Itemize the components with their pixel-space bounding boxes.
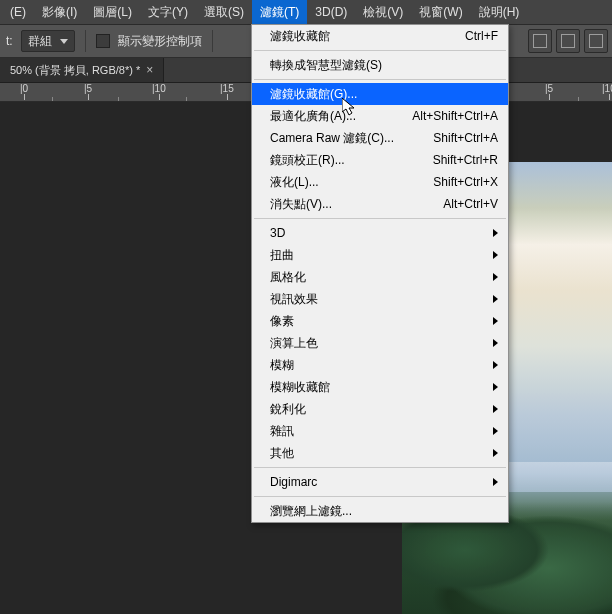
- menu-item[interactable]: 瀏覽網上濾鏡...: [252, 500, 508, 522]
- menu-separator: [254, 50, 506, 51]
- submenu-arrow-icon: [493, 383, 498, 391]
- menu-item-label: 轉換成智慧型濾鏡(S): [270, 57, 498, 74]
- menu-item[interactable]: 轉換成智慧型濾鏡(S): [252, 54, 508, 76]
- menu-item[interactable]: 風格化: [252, 266, 508, 288]
- menu-item-label: 瀏覽網上濾鏡...: [270, 503, 498, 520]
- group-combo[interactable]: 群組: [21, 30, 75, 52]
- close-icon[interactable]: ×: [146, 63, 153, 77]
- divider: [85, 30, 86, 52]
- menu-item-label: 銳利化: [270, 401, 487, 418]
- show-transform-checkbox[interactable]: [96, 34, 110, 48]
- submenu-arrow-icon: [493, 405, 498, 413]
- main-menubar: (E) 影像(I) 圖層(L) 文字(Y) 選取(S) 濾鏡(T) 3D(D) …: [0, 0, 612, 25]
- menu-filter[interactable]: 濾鏡(T): [252, 0, 307, 24]
- menu-item-label: 濾鏡收藏館: [270, 28, 465, 45]
- submenu-arrow-icon: [493, 449, 498, 457]
- group-combo-value: 群組: [28, 33, 52, 50]
- ruler-tick: |10: [602, 83, 612, 94]
- menu-item-label: 扭曲: [270, 247, 487, 264]
- menu-item[interactable]: 銳利化: [252, 398, 508, 420]
- alignment-tools: [528, 25, 608, 57]
- show-transform-label: 顯示變形控制項: [118, 33, 202, 50]
- menu-item-label: 模糊: [270, 357, 487, 374]
- menu-3d[interactable]: 3D(D): [307, 0, 355, 24]
- menu-separator: [254, 496, 506, 497]
- filter-menu: 濾鏡收藏館Ctrl+F轉換成智慧型濾鏡(S)濾鏡收藏館(G)...最適化廣角(A…: [251, 24, 509, 523]
- menu-item[interactable]: 3D: [252, 222, 508, 244]
- submenu-arrow-icon: [493, 361, 498, 369]
- opt-label: t:: [6, 34, 13, 48]
- menu-item-label: 風格化: [270, 269, 487, 286]
- menu-item[interactable]: Camera Raw 濾鏡(C)...Shift+Ctrl+A: [252, 127, 508, 149]
- menu-item-shortcut: Ctrl+F: [465, 29, 498, 43]
- menu-item[interactable]: 液化(L)...Shift+Ctrl+X: [252, 171, 508, 193]
- menu-item-label: 演算上色: [270, 335, 487, 352]
- submenu-arrow-icon: [493, 478, 498, 486]
- menu-select[interactable]: 選取(S): [196, 0, 252, 24]
- menu-item-label: 最適化廣角(A)...: [270, 108, 412, 125]
- menu-item-label: 濾鏡收藏館(G)...: [270, 86, 498, 103]
- menu-item-label: 3D: [270, 226, 487, 240]
- submenu-arrow-icon: [493, 317, 498, 325]
- menu-item-label: 視訊效果: [270, 291, 487, 308]
- menu-item-shortcut: Alt+Shift+Ctrl+A: [412, 109, 498, 123]
- menu-item[interactable]: 雜訊: [252, 420, 508, 442]
- menu-item[interactable]: 消失點(V)...Alt+Ctrl+V: [252, 193, 508, 215]
- menu-item[interactable]: 濾鏡收藏館Ctrl+F: [252, 25, 508, 47]
- menu-item-label: 雜訊: [270, 423, 487, 440]
- menu-item[interactable]: 其他: [252, 442, 508, 464]
- menu-window[interactable]: 視窗(W): [411, 0, 470, 24]
- submenu-arrow-icon: [493, 251, 498, 259]
- menu-item-shortcut: Shift+Ctrl+R: [433, 153, 498, 167]
- menu-item-label: Digimarc: [270, 475, 487, 489]
- chevron-down-icon: [60, 39, 68, 44]
- menu-item-shortcut: Shift+Ctrl+A: [433, 131, 498, 145]
- ruler-tick: |0: [20, 83, 28, 94]
- submenu-arrow-icon: [493, 273, 498, 281]
- menu-item-shortcut: Alt+Ctrl+V: [443, 197, 498, 211]
- menu-item[interactable]: Digimarc: [252, 471, 508, 493]
- document-tab[interactable]: 50% (背景 拷貝, RGB/8*) * ×: [0, 58, 164, 82]
- menu-item-label: Camera Raw 濾鏡(C)...: [270, 130, 433, 147]
- divider: [212, 30, 213, 52]
- menu-item-label: 其他: [270, 445, 487, 462]
- menu-item[interactable]: 演算上色: [252, 332, 508, 354]
- align-icon-1[interactable]: [528, 29, 552, 53]
- menu-layer[interactable]: 圖層(L): [85, 0, 140, 24]
- menu-separator: [254, 467, 506, 468]
- document-tab-title: 50% (背景 拷貝, RGB/8*) *: [10, 63, 140, 78]
- menu-separator: [254, 218, 506, 219]
- menu-separator: [254, 79, 506, 80]
- menu-item[interactable]: 視訊效果: [252, 288, 508, 310]
- menu-item[interactable]: 濾鏡收藏館(G)...: [252, 83, 508, 105]
- ruler-tick: |5: [84, 83, 92, 94]
- menu-item[interactable]: 鏡頭校正(R)...Shift+Ctrl+R: [252, 149, 508, 171]
- ruler-tick: |5: [545, 83, 553, 94]
- ruler-tick: |10: [152, 83, 166, 94]
- submenu-arrow-icon: [493, 427, 498, 435]
- menu-item[interactable]: 像素: [252, 310, 508, 332]
- menu-item-label: 模糊收藏館: [270, 379, 487, 396]
- menu-item[interactable]: 模糊收藏館: [252, 376, 508, 398]
- ruler-tick: |15: [220, 83, 234, 94]
- align-icon-3[interactable]: [584, 29, 608, 53]
- menu-item-label: 消失點(V)...: [270, 196, 443, 213]
- menu-item-label: 像素: [270, 313, 487, 330]
- menu-item[interactable]: 扭曲: [252, 244, 508, 266]
- submenu-arrow-icon: [493, 229, 498, 237]
- menu-edit[interactable]: (E): [2, 0, 34, 24]
- menu-item[interactable]: 模糊: [252, 354, 508, 376]
- align-icon-2[interactable]: [556, 29, 580, 53]
- submenu-arrow-icon: [493, 295, 498, 303]
- menu-item-shortcut: Shift+Ctrl+X: [433, 175, 498, 189]
- menu-image[interactable]: 影像(I): [34, 0, 85, 24]
- menu-item[interactable]: 最適化廣角(A)...Alt+Shift+Ctrl+A: [252, 105, 508, 127]
- submenu-arrow-icon: [493, 339, 498, 347]
- menu-item-label: 鏡頭校正(R)...: [270, 152, 433, 169]
- menu-view[interactable]: 檢視(V): [355, 0, 411, 24]
- menu-item-label: 液化(L)...: [270, 174, 433, 191]
- menu-type[interactable]: 文字(Y): [140, 0, 196, 24]
- menu-help[interactable]: 說明(H): [471, 0, 528, 24]
